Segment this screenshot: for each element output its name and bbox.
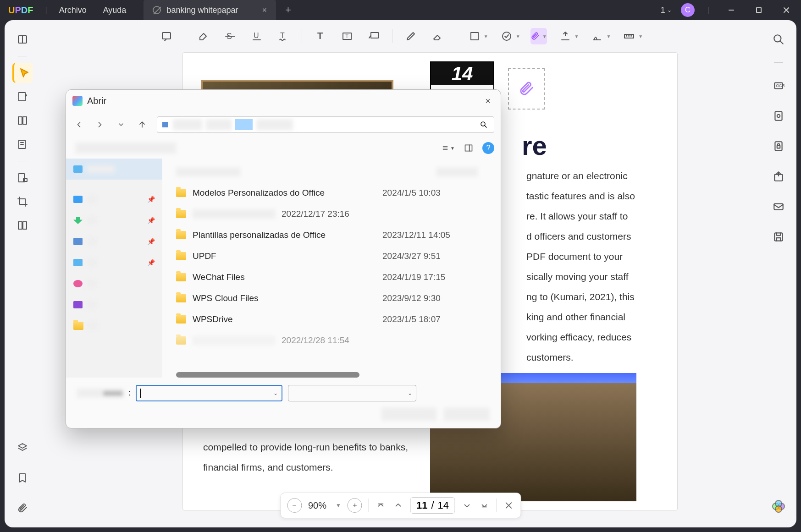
prev-page-button[interactable]: [393, 500, 404, 511]
dialog-title: Abrir: [87, 96, 106, 106]
sidebar-videos[interactable]: [66, 294, 162, 315]
squiggly-tool-icon[interactable]: T: [275, 28, 292, 44]
signature-tool-dropdown[interactable]: ▼: [557, 28, 579, 44]
reader-mode-icon[interactable]: [12, 29, 33, 49]
page-tools-icon[interactable]: [12, 110, 33, 131]
shape-tool-dropdown[interactable]: ▼: [466, 28, 488, 44]
document-tab[interactable]: banking whitepapar ×: [144, 0, 276, 20]
menu-file[interactable]: Archivo: [51, 5, 95, 15]
attachment-placeholder[interactable]: [508, 68, 545, 110]
path-search-icon[interactable]: [477, 118, 490, 131]
new-tab-button[interactable]: +: [285, 4, 291, 16]
maximize-button[interactable]: [750, 0, 768, 20]
menu-help[interactable]: Ayuda: [95, 5, 135, 15]
filetype-dropdown[interactable]: ⌄: [288, 385, 416, 401]
list-item[interactable]: Plantillas personalizadas de Office2023/…: [162, 225, 501, 246]
layers-icon[interactable]: [12, 438, 33, 458]
crop-icon[interactable]: [12, 192, 33, 212]
tab-close-icon[interactable]: ×: [262, 5, 267, 15]
zoom-dropdown-icon[interactable]: ▼: [336, 502, 341, 509]
protect-icon[interactable]: [768, 136, 789, 156]
body-text-2: compelled to provide long-run benefits t…: [203, 437, 414, 477]
minimize-button[interactable]: [722, 0, 740, 20]
eraser-tool-icon[interactable]: [429, 28, 446, 44]
callout-tool-icon[interactable]: [365, 28, 382, 44]
separator: [456, 29, 456, 43]
page-indicator[interactable]: 11 / 14: [410, 497, 455, 514]
separator: |: [707, 6, 709, 14]
zoom-in-button[interactable]: +: [348, 498, 362, 513]
next-page-button[interactable]: [461, 500, 472, 511]
zoom-out-button[interactable]: −: [287, 498, 302, 513]
stamp-tool-dropdown[interactable]: ▼: [498, 28, 520, 44]
attachment-icon[interactable]: [12, 498, 33, 518]
highlight-tool-icon[interactable]: [195, 28, 212, 44]
list-item[interactable]: 2022/12/28 11:54: [162, 330, 501, 351]
preview-pane-icon[interactable]: [462, 142, 475, 154]
sidebar-documents[interactable]: 📌: [66, 231, 162, 252]
sidebar-music[interactable]: [66, 273, 162, 294]
sidebar-desktop[interactable]: 📌: [66, 189, 162, 210]
last-page-button[interactable]: [479, 500, 490, 511]
share-icon[interactable]: [768, 166, 789, 186]
list-item[interactable]: 2022/12/17 23:16: [162, 203, 501, 225]
list-item[interactable]: WeChat Files2024/1/19 17:15: [162, 267, 501, 288]
close-button[interactable]: [777, 0, 795, 20]
edit-mode-icon[interactable]: [12, 87, 33, 107]
path-breadcrumb[interactable]: xxxxxx xxxxx xxxxxxxx: [157, 116, 494, 133]
comment-tool-icon[interactable]: [158, 28, 175, 44]
file-list[interactable]: Modelos Personalizados do Office2024/1/5…: [162, 159, 501, 378]
nav-back-icon[interactable]: [72, 118, 85, 131]
svg-rect-50: [465, 145, 472, 151]
path-segment-selected[interactable]: [235, 119, 253, 130]
path-segment[interactable]: xxxxx: [206, 119, 232, 130]
strikethrough-tool-icon[interactable]: S: [222, 28, 238, 44]
compare-icon[interactable]: [12, 215, 33, 236]
window-count[interactable]: 1⌄: [661, 5, 672, 15]
nav-up-icon[interactable]: [136, 118, 149, 131]
nav-recent-icon[interactable]: [115, 118, 127, 131]
horizontal-scrollbar[interactable]: [176, 372, 359, 378]
list-item[interactable]: WPSDrive2023/1/5 18:07: [162, 309, 501, 330]
sidebar-folder[interactable]: [66, 315, 162, 336]
ruler-tool-dropdown[interactable]: ▼: [621, 28, 643, 44]
form-mode-icon[interactable]: [12, 134, 33, 154]
ai-assistant-icon[interactable]: [771, 499, 786, 514]
text-tool-icon[interactable]: T: [312, 28, 329, 44]
path-segment[interactable]: xxxxxxxx: [256, 119, 293, 130]
sign-tool-dropdown[interactable]: ▼: [589, 28, 611, 44]
attachment-tool-dropdown[interactable]: ▼: [530, 28, 547, 44]
first-page-button[interactable]: [376, 500, 387, 511]
help-icon[interactable]: ?: [482, 142, 494, 154]
nav-forward-icon[interactable]: [94, 118, 106, 131]
list-item[interactable]: WPS Cloud Files2023/9/12 9:30: [162, 288, 501, 309]
ocr-icon[interactable]: OCR: [768, 76, 789, 96]
redact-icon[interactable]: [12, 168, 33, 188]
dialog-close-button[interactable]: ×: [481, 94, 494, 108]
email-icon[interactable]: [768, 197, 789, 217]
zoom-level[interactable]: 90%: [308, 500, 326, 511]
list-item[interactable]: Modelos Personalizados do Office2024/1/5…: [162, 182, 501, 203]
svg-line-28: [780, 41, 783, 44]
user-avatar[interactable]: C: [681, 3, 695, 17]
sidebar-quick-access[interactable]: [66, 159, 162, 180]
save-icon[interactable]: [768, 227, 789, 247]
cancel-button[interactable]: [444, 408, 490, 421]
path-segment[interactable]: xxxxxx: [173, 119, 202, 130]
annotate-mode-icon[interactable]: [12, 63, 33, 83]
pencil-tool-icon[interactable]: [403, 28, 419, 44]
underline-tool-icon[interactable]: U: [249, 28, 265, 44]
open-button[interactable]: [381, 408, 436, 421]
bookmark-icon[interactable]: [12, 468, 33, 488]
view-list-icon[interactable]: ▼: [442, 142, 455, 154]
svg-text:T: T: [317, 31, 323, 41]
close-bar-button[interactable]: [503, 500, 514, 511]
sidebar-downloads[interactable]: 📌: [66, 210, 162, 231]
textbox-tool-icon[interactable]: T: [339, 28, 355, 44]
list-item[interactable]: [162, 161, 501, 182]
list-item[interactable]: UPDF2024/3/27 9:51: [162, 246, 501, 267]
search-icon[interactable]: [768, 29, 789, 49]
flatten-icon[interactable]: [768, 106, 789, 126]
sidebar-pictures[interactable]: 📌: [66, 252, 162, 273]
filename-input[interactable]: ⌄: [136, 385, 282, 401]
